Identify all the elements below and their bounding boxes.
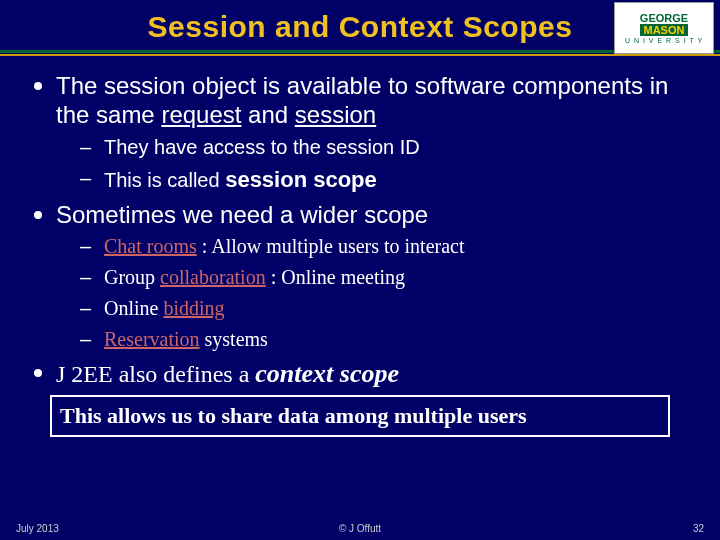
bullet-icon — [34, 211, 42, 219]
sub-bullet-text: This is called session scope — [104, 167, 377, 193]
bold-session-scope: session scope — [225, 167, 377, 192]
dash-icon: – — [80, 235, 98, 258]
bullet-text: Sometimes we need a wider scope — [56, 201, 428, 230]
bullet-item: The session object is available to softw… — [20, 72, 700, 193]
text-fragment: : Online meeting — [266, 266, 405, 288]
footer-date: July 2013 — [16, 523, 59, 534]
text-fragment: systems — [200, 328, 268, 350]
logo-line3: U N I V E R S I T Y — [625, 37, 703, 45]
slide-body: The session object is available to softw… — [0, 62, 720, 437]
sub-bullet-text: Group collaboration : Online meeting — [104, 266, 405, 289]
highlight-chat-rooms: Chat rooms — [104, 235, 197, 257]
slide-footer: July 2013 © J Offutt 32 — [0, 523, 720, 534]
sub-bullet-item: – They have access to the session ID — [80, 136, 700, 159]
sub-bullet-item: – This is called session scope — [80, 167, 700, 193]
bullet-text: J 2EE also defines a context scope — [56, 359, 399, 389]
logo-line2: MASON — [640, 24, 689, 36]
sub-bullet-item: – Chat rooms : Allow multiple users to i… — [80, 235, 700, 258]
highlight-collaboration: collaboration — [160, 266, 266, 288]
sub-bullet-item: – Group collaboration : Online meeting — [80, 266, 700, 289]
sub-bullet-text: Reservation systems — [104, 328, 268, 351]
sub-bullet-item: – Reservation systems — [80, 328, 700, 351]
text-fragment: Group — [104, 266, 160, 288]
dash-icon: – — [80, 328, 98, 351]
slide-header: Session and Context Scopes GEORGE MASON … — [0, 0, 720, 62]
context-scope-emphasis: context scope — [255, 359, 399, 388]
bullet-text: The session object is available to softw… — [56, 72, 700, 130]
bullet-icon — [34, 369, 42, 377]
slide-title: Session and Context Scopes — [0, 10, 720, 44]
bullet-item: Sometimes we need a wider scope – Chat r… — [20, 201, 700, 352]
text-fragment: : Allow multiple users to interact — [197, 235, 465, 257]
university-logo: GEORGE MASON U N I V E R S I T Y — [614, 2, 714, 54]
underline-request: request — [161, 101, 241, 128]
text-fragment: This is called — [104, 169, 225, 191]
divider-gold — [0, 54, 720, 56]
logo-line1: GEORGE — [640, 12, 688, 24]
dash-icon: – — [80, 167, 98, 190]
dash-icon: – — [80, 136, 98, 159]
callout-box: This allows us to share data among multi… — [50, 395, 670, 437]
sub-bullet-text: Chat rooms : Allow multiple users to int… — [104, 235, 465, 258]
dash-icon: – — [80, 266, 98, 289]
text-fragment: and — [241, 101, 294, 128]
sub-bullet-text: Online bidding — [104, 297, 225, 320]
text-fragment: Online — [104, 297, 163, 319]
highlight-bidding: bidding — [163, 297, 224, 319]
text-fragment: J 2EE also defines a — [56, 361, 255, 387]
sub-bullet-item: – Online bidding — [80, 297, 700, 320]
bullet-icon — [34, 82, 42, 90]
divider-green — [0, 50, 720, 53]
dash-icon: – — [80, 297, 98, 320]
footer-copyright: © J Offutt — [339, 523, 381, 534]
bullet-item: J 2EE also defines a context scope — [20, 359, 700, 389]
sub-bullet-text: They have access to the session ID — [104, 136, 420, 159]
footer-page-number: 32 — [693, 523, 704, 534]
highlight-reservation: Reservation — [104, 328, 200, 350]
underline-session: session — [295, 101, 376, 128]
